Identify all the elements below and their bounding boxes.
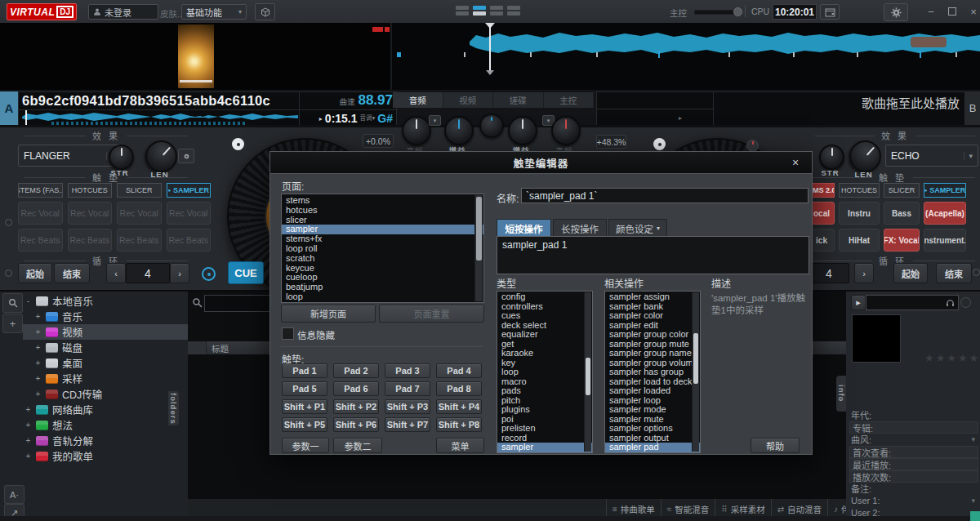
loop-length-value[interactable]: 4	[126, 263, 170, 283]
action-list-item[interactable]: sampler output	[605, 434, 700, 443]
loop-out-button[interactable]: 结束	[54, 263, 90, 283]
page-list-item[interactable]: stems+fx	[282, 234, 483, 244]
status-column[interactable]	[188, 341, 207, 354]
scrollbar[interactable]	[474, 195, 483, 301]
sidebar-item[interactable]: + 音轨分解	[23, 433, 188, 448]
pad-button[interactable]: Rec Vocal	[18, 202, 63, 225]
content-store-button[interactable]	[255, 3, 275, 20]
layout-preset-4[interactable]	[507, 6, 520, 16]
param2-button[interactable]: 参数二	[333, 438, 382, 453]
page-list-item[interactable]: loop	[282, 292, 483, 302]
pad-button-bass[interactable]: Bass	[884, 202, 920, 225]
pad-select-button[interactable]: Pad 2	[333, 363, 379, 378]
shift-pad-select-button[interactable]: Shift + P2	[333, 399, 379, 414]
pad-page-tab-slicer[interactable]: SLICER	[884, 183, 920, 198]
loop-double-button[interactable]: ›	[854, 263, 874, 283]
track-field-row[interactable]: 首次查看: ▾	[849, 446, 978, 458]
prelisten-play-button[interactable]: ▸	[851, 295, 866, 310]
type-list-item[interactable]: record	[497, 434, 592, 443]
scrollbar-thumb[interactable]	[693, 333, 698, 384]
type-list-item[interactable]: config	[497, 292, 592, 302]
sidebar-item[interactable]: - 本地音乐	[23, 293, 188, 309]
shift-pad-select-button[interactable]: Shift + P8	[436, 417, 482, 432]
folders-panel-tab[interactable]: folders	[168, 391, 179, 425]
shift-pad-select-button[interactable]: Shift + P5	[282, 417, 327, 432]
slip-mode-icon[interactable]	[746, 140, 759, 152]
loop-active-icon[interactable]	[202, 267, 216, 281]
key-mode-label[interactable]: 音调▾	[360, 115, 376, 122]
action-list-item[interactable]: sampler assign	[605, 292, 700, 302]
expander-icon[interactable]: +	[34, 327, 42, 336]
loop-double-button[interactable]: ›	[170, 263, 189, 283]
skin-select[interactable]: 基础功能 ▾	[181, 4, 247, 20]
page-list-item[interactable]: slicer	[282, 216, 483, 225]
page-list-item[interactable]: beatjump	[282, 283, 483, 292]
pad-button-instru[interactable]: Instru	[839, 202, 880, 225]
mixer-tab[interactable]: 视频	[443, 92, 494, 108]
param1-button[interactable]: 参数一	[282, 438, 329, 453]
loop-in-button[interactable]: 起始	[18, 263, 52, 283]
pad-button[interactable]: Rec Vocal	[68, 202, 113, 225]
fx-str-knob-a[interactable]	[109, 145, 134, 170]
master-volume-slider[interactable]	[694, 10, 738, 15]
pad-select-button[interactable]: Pad 8	[436, 381, 482, 396]
loop-out-button[interactable]: 结束	[936, 263, 972, 283]
action-list-item[interactable]: sampler mode	[605, 405, 700, 415]
type-list-item[interactable]: macro	[497, 377, 592, 387]
shift-pad-select-button[interactable]: Shift + P7	[385, 417, 430, 432]
action-list-item[interactable]: sampler loop	[605, 396, 700, 406]
panel-dot-button[interactable]	[973, 269, 980, 276]
options-dot-button[interactable]	[960, 297, 971, 308]
pad-button[interactable]: Rec Vocal	[117, 202, 162, 225]
pad-select-button[interactable]: Pad 5	[282, 381, 327, 396]
expander-icon[interactable]: +	[24, 452, 32, 461]
type-list-item[interactable]: karaoke	[497, 349, 592, 358]
track-field-row[interactable]: 曲风: ▾	[851, 434, 975, 444]
pad-button-fx-vocal[interactable]: FX: Vocal	[884, 229, 920, 252]
video-thumbnail[interactable]	[178, 24, 214, 88]
type-list-item[interactable]: loop	[497, 367, 592, 377]
sidebar-add-button[interactable]: +	[2, 314, 23, 333]
shift-pad-select-button[interactable]: Shift + P4	[436, 399, 482, 414]
page-list-item[interactable]: hotcues	[282, 206, 483, 216]
track-field-row[interactable]: 最近播放: ▾	[849, 458, 978, 470]
page-list-item[interactable]: stems	[282, 196, 483, 206]
deck-b-pitch-value[interactable]: +48.3%	[596, 135, 626, 149]
expander-icon[interactable]: +	[34, 343, 42, 352]
deck-a-pitch-value[interactable]: +0.0%	[363, 134, 394, 148]
sidebar-item[interactable]: + 想法	[23, 417, 188, 433]
type-list-item[interactable]: pitch	[497, 396, 592, 406]
sidebar-item[interactable]: + 网络曲库	[23, 402, 188, 417]
expander-icon[interactable]: +	[34, 312, 42, 321]
pad-button[interactable]: Rec Vocal	[167, 202, 212, 225]
track-field-row[interactable]: User 1: ▾	[851, 495, 975, 505]
gain-knob-b[interactable]	[508, 116, 537, 145]
pad-button-instrumental[interactable]: (Instrument...	[924, 229, 966, 252]
type-list-item[interactable]: deck select	[497, 321, 592, 331]
page-list-item[interactable]: loop roll	[282, 244, 483, 254]
shift-pad-select-button[interactable]: Shift + P1	[282, 399, 327, 414]
action-list-item[interactable]: sampler bank	[605, 302, 700, 312]
pad-select-button[interactable]: Pad 4	[436, 363, 482, 378]
action-list-item[interactable]: sampler options	[605, 424, 700, 434]
pad-select-button[interactable]: Pad 1	[282, 363, 327, 378]
action-list-item[interactable]: sampler group name	[605, 349, 700, 358]
expander-icon[interactable]: +	[34, 358, 42, 367]
deck-a-tab[interactable]: A	[0, 91, 18, 125]
gain-knob-a[interactable]	[444, 116, 474, 145]
deck-a-scrolling-waveform[interactable]	[470, 30, 980, 56]
tab-long-press[interactable]: 长按操作	[553, 219, 607, 238]
pad-select-button[interactable]: Pad 3	[385, 363, 430, 378]
action-list-item[interactable]: sampler load to deck	[605, 377, 700, 387]
type-list-item[interactable]: controllers	[497, 302, 592, 312]
loop-length-value[interactable]: 4	[808, 263, 849, 283]
type-list-item[interactable]: sampler	[497, 443, 592, 452]
cue-button[interactable]: CUE	[228, 261, 264, 284]
balance-knob[interactable]	[479, 114, 504, 138]
deck-b-tab[interactable]: B	[965, 91, 980, 125]
minimize-button[interactable]: −	[923, 5, 939, 18]
action-list-item[interactable]: sampler edit	[605, 321, 700, 331]
prelisten-bar[interactable]	[866, 295, 959, 310]
script-editor[interactable]: sampler_pad 1	[497, 236, 809, 274]
action-list-item[interactable]: sampler has group	[605, 367, 700, 377]
